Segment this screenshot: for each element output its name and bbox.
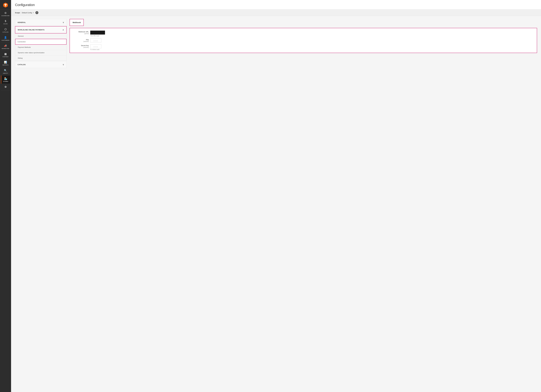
webhook-key-row: Key [website] ...... bbox=[73, 38, 534, 42]
accordion-header-worldline[interactable]: WORLDLINE ONLINE PAYMENTS ∧ bbox=[15, 26, 67, 33]
webhook-key-value: ...... bbox=[94, 39, 98, 41]
sidebar-label-stores: STORES bbox=[3, 81, 8, 82]
catalog-icon: ⬡ bbox=[5, 28, 7, 31]
sidebar-label-customers: CUSTOMERS bbox=[2, 40, 10, 41]
scope-label: Scope: bbox=[15, 12, 20, 14]
system-icon: ⚙ bbox=[5, 85, 7, 88]
webhook-secret-field[interactable]: ...... bbox=[90, 44, 101, 48]
accordion-section-general: GENERAL ∨ bbox=[15, 19, 67, 26]
amasty-icon: 🔍 bbox=[4, 69, 7, 72]
webhook-key-label: Key bbox=[86, 39, 89, 41]
sidebar-item-content[interactable]: ▦ CONTENT bbox=[1, 51, 10, 59]
sidebar-item-marketing[interactable]: 📣 MARKETING bbox=[1, 42, 10, 51]
left-panel: GENERAL ∨ WORLDLINE ONLINE PAYMENTS ∧ Ge… bbox=[15, 19, 67, 68]
subitem-debug[interactable]: Debug bbox=[15, 56, 67, 61]
sidebar-label-content: CONTENT bbox=[2, 56, 9, 57]
page-header: Configuration bbox=[11, 0, 541, 10]
chevron-down-icon-general: ∨ bbox=[62, 21, 64, 24]
webhook-url-label: Webhook URL bbox=[78, 31, 89, 33]
sidebar-item-reports[interactable]: 📊 REPORTS bbox=[1, 59, 10, 67]
content-icon: ▦ bbox=[4, 52, 7, 56]
sidebar-label-catalog: CATALOG bbox=[3, 31, 9, 33]
webhook-key-scope: [website] bbox=[73, 41, 89, 42]
sidebar-item-catalog[interactable]: ⬡ CATALOG bbox=[1, 26, 10, 34]
subitem-general[interactable]: General bbox=[15, 33, 67, 39]
accordion-section-catalog: CATALOG ∨ bbox=[15, 61, 67, 68]
subitem-dynamic-order[interactable]: Dynamic order status synchronization bbox=[15, 50, 67, 56]
subitem-connection[interactable]: Connection bbox=[15, 39, 67, 45]
help-icon[interactable]: ? bbox=[35, 11, 38, 14]
sidebar-item-customers[interactable]: 👤 CUSTOMERS bbox=[1, 34, 10, 42]
sales-icon: $ bbox=[5, 20, 6, 22]
webhook-secret-value: ...... bbox=[94, 45, 98, 47]
svg-rect-2 bbox=[5, 4, 6, 6]
accordion-label-general: GENERAL bbox=[18, 21, 26, 23]
stores-icon: 🏪 bbox=[4, 77, 7, 80]
scope-dropdown-arrow: ▼ bbox=[33, 12, 34, 13]
sidebar-item-sales[interactable]: $ SALES bbox=[1, 18, 10, 26]
scope-value: Default Config bbox=[22, 12, 32, 14]
subitem-payment-methods[interactable]: Payment Methods bbox=[15, 45, 67, 50]
accordion-label-catalog: CATALOG bbox=[18, 64, 26, 66]
webhook-url-helper: This URL must bbox=[90, 35, 107, 36]
webhook-url-scope: [global] bbox=[73, 33, 89, 34]
right-panel: Webhook Webhook URL [global] … This bbox=[70, 19, 537, 68]
webhook-title-box: Webhook bbox=[70, 19, 84, 26]
webhook-url-value: … bbox=[90, 31, 107, 35]
sidebar-item-system[interactable]: ⚙ bbox=[1, 84, 10, 91]
marketing-icon: 📣 bbox=[4, 44, 7, 47]
webhook-title: Webhook bbox=[73, 21, 81, 23]
sidebar-label-amasty: AMASTY bbox=[3, 73, 8, 74]
webhook-secret-helper: To retrieve web bbox=[90, 49, 101, 50]
sidebar-item-dashboard[interactable]: ⊙ DASHBOARD bbox=[1, 10, 10, 18]
accordion-header-catalog[interactable]: CATALOG ∨ bbox=[15, 61, 67, 68]
reports-icon: 📊 bbox=[4, 61, 7, 64]
sidebar-label-reports: REPORTS bbox=[2, 64, 9, 66]
main-content: Configuration Scope: Default Config ▼ ? … bbox=[11, 0, 541, 392]
magento-logo-icon bbox=[3, 2, 8, 8]
sidebar-logo bbox=[0, 0, 11, 10]
webhook-url-row: Webhook URL [global] … This URL must bbox=[73, 31, 534, 36]
dashboard-icon: ⊙ bbox=[5, 11, 7, 14]
sidebar-label-sales: SALES bbox=[3, 23, 8, 25]
sidebar-label-marketing: MARKETING bbox=[2, 48, 9, 49]
page-title: Configuration bbox=[15, 3, 537, 7]
scope-bar: Scope: Default Config ▼ ? bbox=[11, 10, 541, 16]
webhook-secret-scope: [website] bbox=[73, 46, 89, 48]
webhook-secret-row: Secret Key [website] ...... To retrieve … bbox=[73, 44, 534, 50]
customers-icon: 👤 bbox=[4, 36, 7, 39]
chevron-down-icon-catalog: ∨ bbox=[62, 63, 64, 66]
accordion-section-worldline: WORLDLINE ONLINE PAYMENTS ∧ General Conn… bbox=[15, 26, 67, 61]
chevron-up-icon-worldline: ∧ bbox=[62, 29, 64, 31]
sidebar-item-stores[interactable]: 🏪 STORES bbox=[1, 76, 10, 84]
content-area: GENERAL ∨ WORLDLINE ONLINE PAYMENTS ∧ Ge… bbox=[11, 16, 541, 71]
webhook-url-label-group: Webhook URL [global] bbox=[73, 31, 89, 34]
webhook-secret-label: Secret Key bbox=[81, 45, 89, 46]
webhook-key-label-group: Key [website] bbox=[73, 38, 89, 42]
scope-select[interactable]: Default Config ▼ bbox=[22, 12, 34, 14]
accordion-body-worldline: General Connection Payment Methods Dynam… bbox=[15, 33, 67, 61]
sidebar-item-amasty[interactable]: 🔍 AMASTY bbox=[1, 67, 10, 76]
sidebar-label-dashboard: DASHBOARD bbox=[1, 15, 10, 16]
webhook-url-field bbox=[90, 31, 105, 35]
accordion-label-worldline: WORLDLINE ONLINE PAYMENTS bbox=[18, 29, 45, 31]
sidebar: ⊙ DASHBOARD $ SALES ⬡ CATALOG 👤 CUSTOMER… bbox=[0, 0, 11, 392]
accordion-header-general[interactable]: GENERAL ∨ bbox=[15, 19, 67, 26]
webhook-key-field[interactable]: ...... bbox=[90, 38, 101, 42]
webhook-secret-label-group: Secret Key [website] bbox=[73, 44, 89, 48]
webhook-detail-box: Webhook URL [global] … This URL must bbox=[70, 28, 537, 53]
